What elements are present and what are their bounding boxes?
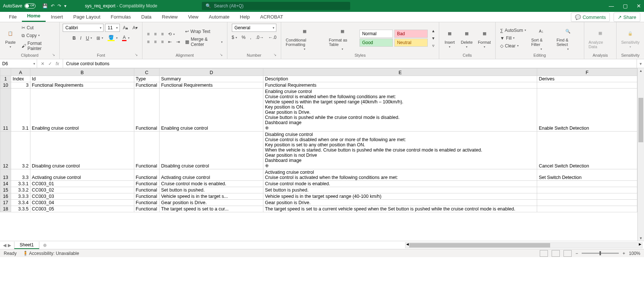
percent-icon[interactable]: % (240, 34, 247, 41)
increase-indent-icon[interactable]: ⇥ (175, 39, 181, 45)
autosave-toggle[interactable]: AutoSave Off (3, 3, 36, 9)
zoom-in-icon[interactable]: + (622, 251, 625, 256)
cell[interactable]: Set Switch Detection (537, 169, 637, 181)
col-header[interactable]: E (263, 69, 537, 76)
cell[interactable]: Activating cruise control Cruise control… (263, 169, 537, 181)
clear-button[interactable]: ◇Clear ▾ (499, 43, 528, 49)
tab-formulas[interactable]: Formulas (106, 12, 136, 22)
cell[interactable] (537, 82, 637, 89)
styles-more-icon[interactable]: ▿ (431, 42, 436, 49)
cell[interactable]: Disabling cruise control (160, 132, 263, 169)
cell[interactable]: Gear position is Drive. (160, 200, 263, 206)
increase-font-icon[interactable]: A▴ (121, 24, 129, 31)
cell[interactable]: Activating cruise control (30, 169, 134, 181)
align-top-icon[interactable]: ≡ (145, 31, 151, 37)
format-cells-button[interactable]: ▦Format▾ (476, 27, 492, 49)
sensitivity-button[interactable]: 🔒Sensitivity▾ (620, 27, 641, 49)
insert-cells-button[interactable]: ▦Insert▾ (442, 27, 457, 49)
launcher-icon[interactable]: ↘ (135, 53, 138, 57)
add-sheet-button[interactable]: ⊕ (39, 243, 50, 248)
row-header[interactable]: 12 (0, 132, 11, 169)
align-bottom-icon[interactable]: ≡ (160, 31, 165, 37)
fill-button[interactable]: ▼Fill ▾ (499, 35, 528, 41)
view-page-layout-icon[interactable] (552, 250, 560, 257)
tab-home[interactable]: Home (22, 11, 46, 22)
decrease-font-icon[interactable]: A▾ (131, 24, 139, 31)
cell[interactable]: 3.3.4 (11, 200, 30, 206)
cell[interactable]: 3.3.5 (11, 206, 30, 212)
scroll-down-icon[interactable]: ▼ (638, 236, 644, 240)
row-header[interactable]: 16 (0, 193, 11, 200)
expand-formula-bar-icon[interactable]: ▾ (637, 59, 644, 68)
col-header[interactable]: C (134, 69, 159, 76)
cell[interactable]: CC003_03 (30, 193, 134, 200)
tab-help[interactable]: Help (235, 12, 255, 22)
conditional-formatting-button[interactable]: ▦Conditional Formatting▾ (284, 24, 325, 52)
sheet-nav-next-icon[interactable]: ▶ (8, 243, 11, 248)
scroll-left-icon[interactable]: ◀ (406, 242, 409, 246)
launcher-icon[interactable]: ↘ (52, 53, 55, 57)
align-right-icon[interactable]: ≡ (160, 39, 165, 45)
cell[interactable]: Type (134, 76, 159, 82)
cell[interactable]: The target speed is set to a current veh… (263, 206, 537, 212)
styles-down-icon[interactable]: ▾ (431, 35, 436, 41)
fill-color-button[interactable]: 🪣▾ (106, 34, 119, 42)
scroll-right-icon[interactable]: ▶ (639, 242, 641, 246)
cell[interactable]: Enabling cruise control (160, 89, 263, 132)
cell[interactable]: Enable Switch Detection (537, 89, 637, 132)
merge-center-button[interactable]: ▦Merge & Center ▾ (184, 36, 224, 48)
cell[interactable] (537, 200, 637, 206)
cell[interactable]: Vehicle speed is in the target speed ran… (263, 193, 537, 200)
select-all-cell[interactable] (0, 69, 11, 76)
zoom-slider[interactable] (582, 253, 619, 254)
cancel-formula-icon[interactable]: ✕ (41, 61, 45, 66)
cell[interactable] (537, 206, 637, 212)
cell[interactable]: Functional Requirements (263, 82, 537, 89)
cell[interactable]: Id (30, 76, 134, 82)
cell[interactable]: Functional (134, 169, 159, 181)
launcher-icon[interactable]: ↘ (220, 53, 223, 57)
horizontal-scrollbar[interactable]: ◀ ▶ (405, 242, 643, 248)
cell[interactable]: Summary (160, 76, 263, 82)
zoom-level[interactable]: 100% (629, 251, 640, 256)
scroll-thumb[interactable] (409, 243, 550, 248)
tab-page-layout[interactable]: Page Layout (68, 12, 106, 22)
border-button[interactable]: ⊞ ▾ (95, 35, 105, 41)
cell[interactable]: Functional Requirements (160, 82, 263, 89)
maximize-icon[interactable]: ▢ (623, 3, 628, 9)
comma-icon[interactable]: , (249, 34, 253, 41)
enter-formula-icon[interactable]: ✓ (48, 61, 52, 66)
zoom-out-icon[interactable]: − (575, 251, 578, 256)
align-middle-icon[interactable]: ≡ (152, 31, 158, 37)
cell-style-normal[interactable]: Normal (359, 30, 393, 38)
tab-file[interactable]: File (4, 12, 22, 22)
currency-icon[interactable]: $ ▾ (230, 34, 239, 41)
cell[interactable]: Disabling cruise control (30, 132, 134, 169)
underline-button[interactable]: U ▾ (84, 35, 93, 41)
find-select-button[interactable]: 🔍Find & Select▾ (555, 24, 581, 52)
cell-style-good[interactable]: Good (359, 39, 393, 47)
row-header[interactable]: 10 (0, 82, 11, 89)
cell[interactable] (537, 181, 637, 187)
view-page-break-icon[interactable] (564, 250, 572, 257)
cell[interactable]: Functional (134, 89, 159, 132)
cell[interactable] (537, 193, 637, 200)
scroll-up-icon[interactable]: ▲ (638, 69, 644, 73)
cell[interactable]: Functional (134, 193, 159, 200)
orientation-icon[interactable]: ⟲▾ (167, 31, 176, 37)
cell[interactable]: Set button is pushed. (263, 187, 537, 193)
cut-button[interactable]: ✂Cut (20, 24, 56, 31)
analyze-data-button[interactable]: ▦Analyze Data (587, 27, 614, 50)
cell[interactable] (537, 187, 637, 193)
cell[interactable]: Functional (134, 181, 159, 187)
paste-button[interactable]: 📋 Paste▾ (3, 27, 18, 49)
save-icon[interactable]: 💾 (42, 3, 48, 9)
wrap-text-button[interactable]: ↩Wrap Text (184, 28, 224, 35)
cell[interactable]: Functional (134, 200, 159, 206)
delete-cells-button[interactable]: ▦Delete▾ (459, 27, 474, 49)
cell[interactable]: Derives (537, 76, 637, 82)
view-normal-icon[interactable] (540, 250, 548, 257)
italic-button[interactable]: I (79, 35, 83, 41)
launcher-icon[interactable]: ↘ (273, 53, 276, 57)
tab-view[interactable]: View (183, 12, 204, 22)
